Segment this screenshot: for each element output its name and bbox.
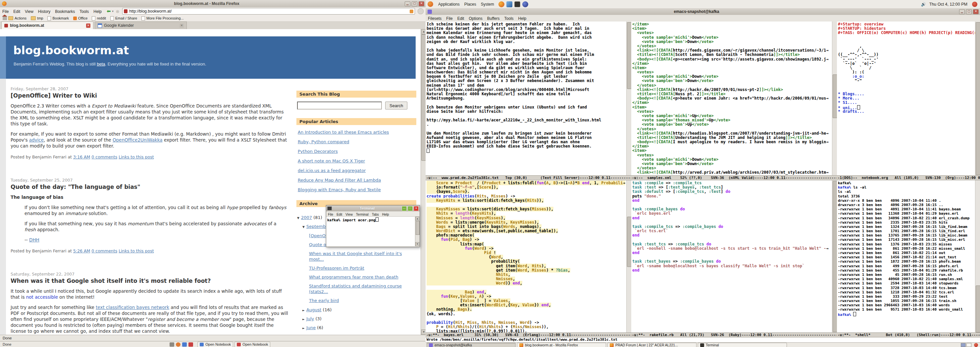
post-title[interactable]: Quote of the day: "The language of bias" [11,184,288,190]
post-links-link[interactable]: Links to this post [119,249,154,254]
bookmark-item-tmp[interactable]: tmp [31,16,43,21]
taskbar-window-open-notebook[interactable]: Open Notebook [197,342,233,347]
terminal-title-bar[interactable]: Terminal — □ ✕ [326,205,420,211]
url-bar[interactable]: http://blog.bookworm.at/ [122,8,415,14]
scrollbar-xml[interactable] [832,22,837,175]
menu-item-bookmarks[interactable]: Bookmarks [52,9,77,14]
blog-title[interactable]: blog.bookworm.at [13,44,129,57]
tab-close-icon[interactable]: ✕ [86,24,91,28]
bookmark-item-reddit[interactable]: reddit [92,16,106,21]
menu-item-edit[interactable]: Edit [335,213,344,216]
tray-app-icon[interactable] [182,342,187,347]
menu-item-view[interactable]: View [344,213,355,216]
archive-post-link[interactable]: What programmers fear more than death [309,274,408,280]
app-launcher-icon[interactable] [506,1,512,7]
text-link[interactable]: advice [29,137,44,143]
maximize-button[interactable]: ▢ [412,1,417,6]
firefox-title-bar[interactable]: blog.bookworm.at - Mozilla Firefox ▁ ▢ ✕ [0,0,426,8]
taskbar-window-emacs-snapshot-kafka[interactable]: emacs-snapshot@kafka [426,343,515,347]
trash-icon[interactable] [974,343,978,347]
archive-year-link[interactable]: 2007 [301,215,312,220]
stop-button[interactable]: ⊗ [114,9,121,14]
popular-article-link[interactable]: Python Decorators [298,149,407,154]
taskbar-window-blog-bookworm-at-mozilla-firefox[interactable]: blog.bookworm.at - Mozilla Firefox [517,343,606,347]
terminal-close-button[interactable]: ✕ [414,206,418,211]
menu-item-system[interactable]: System [479,1,496,7]
home-icon[interactable] [3,17,7,20]
terminal-scrollbar[interactable]: ▲▼ [415,217,420,246]
archive-month-toggle[interactable]: ► [302,318,305,321]
archive-month-link[interactable]: July [306,316,314,321]
bookmark-item-more-file-processing[interactable]: More File Processing... [142,16,183,21]
power-icon[interactable] [972,2,977,7]
text-link[interactable]: DHH [29,237,40,242]
emacs-maximize-button[interactable]: ▢ [966,9,972,14]
menu-item-buffers[interactable]: Buffers [485,16,502,22]
browser-viewport[interactable]: blog.bookworm.at Benjamin Ferrari's Webl… [0,29,426,335]
menu-item-file[interactable]: File [326,213,335,216]
tab-close-icon[interactable]: ✕ [180,24,184,28]
volume-icon[interactable]: 🔊 [921,2,926,6]
popular-article-link[interactable]: Ruby, Python compared [298,139,407,144]
menu-item-places[interactable]: Places [462,1,479,7]
scrollbar-rb[interactable] [832,180,837,333]
app-launcher-icon-2[interactable] [522,1,528,7]
menu-item-edit[interactable]: Edit [455,16,467,22]
popular-article-link[interactable]: An Introduction to all these Emacs artic… [298,130,407,135]
buffer-rakefile-rb[interactable]: task :compile => :compile_tcstask :test … [631,180,832,333]
menu-item-help[interactable]: Help [380,213,391,216]
search-button[interactable]: Search [385,101,407,109]
buffer-shell[interactable]: kafka%kafka% ls -alls -altotal 3736drwxr… [837,180,975,333]
back-button[interactable]: ⬅ [106,8,111,14]
archive-month-toggle[interactable]: ▼ [302,225,305,228]
minimize-button[interactable]: ▁ [405,1,410,6]
emacs-title-bar[interactable]: emacs-snapshot@kafka ▁ ▢ ✕ [426,8,980,15]
archive-month-toggle[interactable]: ► [302,326,305,330]
emacs-close-button[interactable]: ✕ [973,9,979,14]
browser-scrollbar[interactable]: ▲ ▼ [421,29,426,335]
post-title[interactable]: [OpenOffice] Writer to Wiki [11,93,288,98]
archive-post-link[interactable]: The early bird [309,298,408,303]
menu-item-applications[interactable]: Applications [436,1,462,7]
scrollbar-org[interactable] [975,22,980,175]
archive-post-link[interactable]: When was it that Google shot itself into… [309,251,408,262]
panel-clock[interactable]: Thu Oct 4, 12:00 PM [929,2,967,6]
menu-item-history[interactable]: History [36,9,52,14]
terminal-launcher-icon[interactable] [514,1,520,7]
menu-item-help[interactable]: Help [91,9,104,14]
text-link[interactable]: OpenOffice2UniWakka [113,137,162,143]
scrollbar-erl[interactable] [626,180,632,333]
close-button[interactable]: ✕ [418,1,424,6]
bookmark-item-bookmark[interactable]: Bookmark [47,16,69,21]
popular-article-link[interactable]: A short note on Mac OS X Tiger [298,158,407,163]
buffer-bayes-erl[interactable]: Score = Product / (Product + lists:foldl… [426,180,626,333]
archive-month-link[interactable]: June [306,325,316,330]
popular-article-link[interactable]: Reduce Any Map And Filter All Lambda [298,177,407,182]
buffer-prad-txt[interactable]: Ich scheine keinen der bis jetzt genannt… [426,22,626,175]
menu-item-view[interactable]: View [22,9,36,14]
archive-post-link[interactable]: Standford statistics and datamining cour… [309,283,408,295]
bookmark-item-actions[interactable]: Actions [8,16,27,21]
bookmark-item-office[interactable]: Office [73,16,88,21]
text-link[interactable]: text classification bayes network [96,305,169,310]
post-time-link[interactable]: 5:26 AM [73,249,90,254]
popular-article-link[interactable]: del.icio.us as a feed aggregator [298,168,407,173]
buffer-samples-xml[interactable]: </item><item> <votes> <vote sample='mich… [631,22,832,175]
back-dropdown-arrow[interactable]: ▼ [111,10,114,13]
terminal-maximize-button[interactable]: □ [408,206,413,211]
workspace-switcher[interactable] [961,343,978,347]
menu-item-tabs[interactable]: Tabs [370,213,380,216]
scrollbar-txt[interactable] [626,22,632,175]
bookmark-item-email-share[interactable]: Email / Share [110,16,137,21]
terminal-minimize-button[interactable]: — [402,206,407,211]
buffer-notebook-org[interactable]: #+Startup: overview#+STARTUP: hidestars#… [837,22,975,175]
menu-item-file[interactable]: File [0,9,11,14]
post-comments-link[interactable]: 0 comments [91,249,117,254]
post-links-link[interactable]: Links to this post [119,154,154,160]
tab-google-kalender[interactable]: Google Kalender✕ [95,22,187,29]
firefox-launcher-icon[interactable] [498,1,504,7]
archive-year-toggle[interactable]: ▼ [297,216,299,220]
menu-item-tools[interactable]: Tools [77,9,91,14]
taskbar-window-open-notebook[interactable]: Open Notebook [234,342,270,347]
search-input[interactable] [297,101,382,109]
